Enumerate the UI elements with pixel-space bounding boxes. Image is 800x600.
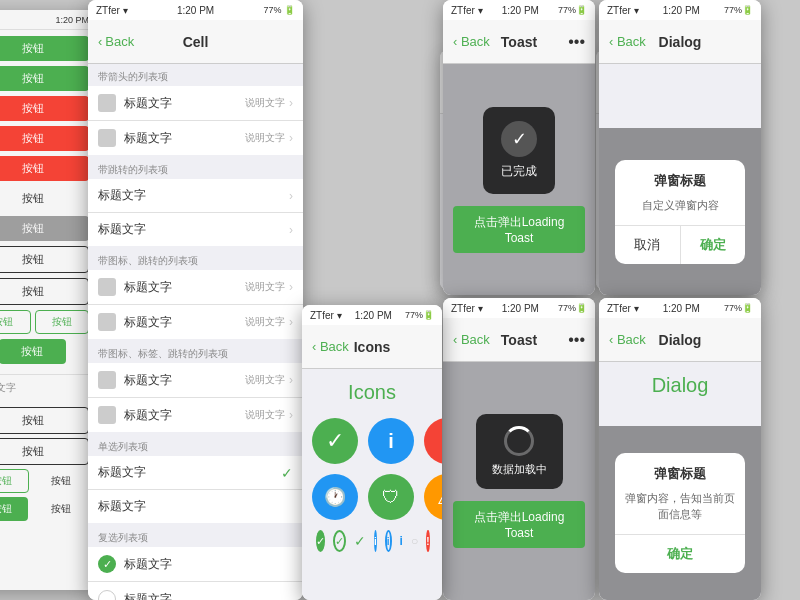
loading-spinner-icon <box>504 426 534 456</box>
cell-item[interactable]: 标题文字 › <box>88 213 303 246</box>
cell-icon <box>98 129 116 147</box>
dialog-top-back-btn[interactable]: ‹ Back <box>609 34 646 49</box>
cell-navbar: ‹ Back Cell <box>88 20 303 64</box>
cell-arrow-icon: › <box>289 408 293 422</box>
dialog-top-carrier: ZTfer ▾ <box>607 5 639 16</box>
bg-btn-3[interactable]: 按钮 <box>0 96 89 121</box>
bg-btn-8[interactable]: 按钮 <box>0 246 89 273</box>
bg-btn-2[interactable]: 按钮 <box>0 66 89 91</box>
cell-arrow-icon: › <box>289 280 293 294</box>
bg-btn-15[interactable]: 按钮 <box>0 469 29 493</box>
error-icon: ! <box>424 418 442 464</box>
small-check-outline-icon: ✓ <box>333 530 346 552</box>
bg-btn-16[interactable]: 按钮 <box>33 469 89 493</box>
small-check-filled-icon: ✓ <box>316 530 325 552</box>
dialog-confirm-btn[interactable]: 确定 <box>681 226 746 264</box>
clock-icon: 🕐 <box>312 474 358 520</box>
cell-back-btn[interactable]: ‹ Back <box>98 34 134 49</box>
bg-btn-17[interactable]: 按钮 <box>0 497 28 521</box>
small-info-filled-icon: i <box>374 530 377 552</box>
small-error-filled-icon: ! <box>426 530 429 552</box>
cell-section-checkbox-title: 复选列表项 <box>88 525 303 547</box>
dialog-top-battery: 77%🔋 <box>724 5 753 15</box>
toast-loading-btn[interactable]: 点击弹出Loading Toast <box>453 206 585 253</box>
icons-grid: ✓ i ! 🕐 🛡 ⚠ <box>312 418 432 520</box>
bg-btn-7[interactable]: 按钮 <box>0 216 89 241</box>
cell-section-nav-title: 带跳转的列表项 <box>88 157 303 179</box>
bg-btn-12[interactable]: 按钮 <box>0 339 66 364</box>
dialog-bot-carrier: ZTfer ▾ <box>607 303 639 314</box>
dialog-bot-confirm-btn[interactable]: 确定 <box>615 535 745 573</box>
toast-success-label: 已完成 <box>501 163 537 180</box>
small-circle-plain-icon: ○ <box>411 530 418 552</box>
dialog-cancel-btn[interactable]: 取消 <box>615 226 681 264</box>
dialog-top-overlay: 弹窗标题 自定义弹窗内容 取消 确定 <box>599 128 761 295</box>
cell-battery: 77% 🔋 <box>263 5 295 15</box>
cell-checkbox-item[interactable]: ✓ 标题文字 <box>88 547 303 582</box>
bg-btn-14[interactable]: 按钮 <box>0 438 89 465</box>
cell-section-radio-title: 单选列表项 <box>88 434 303 456</box>
icons-time: 1:20 PM <box>355 310 392 321</box>
toast-loading-popup: 数据加载中 <box>476 414 563 489</box>
info-icon: i <box>368 418 414 464</box>
cell-icon <box>98 313 116 331</box>
icons-small-row: ✓ ✓ ✓ i i i ○ ! <box>312 530 432 552</box>
bg-btn-13[interactable]: 按钮 <box>0 407 89 434</box>
cell-icon <box>98 278 116 296</box>
cell-item[interactable]: 标题文字 说明文字 › <box>88 363 303 398</box>
dialog-top-content-text: 自定义弹窗内容 <box>615 194 745 225</box>
bg-status-time: 1:20 PM <box>55 15 89 25</box>
bg-btn-11[interactable]: 按钮 <box>35 310 90 334</box>
icons-back-btn[interactable]: ‹ Back <box>312 339 349 354</box>
shield-icon: 🛡 <box>368 474 414 520</box>
cell-item[interactable]: 标题文字 说明文字 › <box>88 86 303 121</box>
bg-btn-4[interactable]: 按钮 <box>0 126 89 151</box>
cell-icon <box>98 94 116 112</box>
toast-bot-navbar: ‹ Back Toast ••• <box>443 318 595 362</box>
warning-icon: ⚠ <box>424 474 442 520</box>
dialog-top-time: 1:20 PM <box>663 5 700 16</box>
cell-arrow-icon: › <box>289 315 293 329</box>
cell-time: 1:20 PM <box>177 5 214 16</box>
toast-top-more[interactable]: ••• <box>568 33 585 51</box>
dialog-bot-page-title: Dialog <box>611 374 749 397</box>
cell-arrow-icon: › <box>289 223 293 237</box>
toast-top-back-btn[interactable]: ‹ Back <box>453 34 490 49</box>
dialog-bot-content-text: 弹窗内容，告知当前页面信息等 <box>615 487 745 534</box>
dialog-top-title: 弹窗标题 <box>615 160 745 194</box>
bg-btn-18[interactable]: 按钮 <box>32 497 89 521</box>
cell-check-icon: ✓ <box>281 465 293 481</box>
cell-item[interactable]: 标题文字 说明文字 › <box>88 305 303 339</box>
toast-top-nav-title: Toast <box>501 34 537 50</box>
bg-btn-9[interactable]: 按钮 <box>0 278 89 305</box>
toast-top-carrier: ZTfer ▾ <box>451 5 483 16</box>
cell-item[interactable]: 标题文字 › <box>88 179 303 213</box>
cell-radio-item[interactable]: 标题文字 ✓ <box>88 456 303 490</box>
cell-item[interactable]: 标题文字 说明文字 › <box>88 398 303 432</box>
dialog-bot-box: 弹窗标题 弹窗内容，告知当前页面信息等 确定 <box>615 453 745 573</box>
toast-bot-content: 数据加载中 点击弹出Loading Toast <box>443 362 595 600</box>
cell-checkbox-item[interactable]: 标题文字 <box>88 582 303 600</box>
bg-btn-1[interactable]: 按钮 <box>0 36 89 61</box>
cell-section-arrow-title: 带箭头的列表项 <box>88 64 303 86</box>
toast-loading-text: 数据加载中 <box>492 462 547 477</box>
cell-radio-item[interactable]: 标题文字 <box>88 490 303 523</box>
bg-btn-10[interactable]: 按钮 <box>0 310 31 334</box>
toast-bot-back-btn[interactable]: ‹ Back <box>453 332 490 347</box>
cell-nav-title: Cell <box>183 34 209 50</box>
cell-section-icon-nav-title: 带图标、跳转的列表项 <box>88 248 303 270</box>
dialog-bot-back-btn[interactable]: ‹ Back <box>609 332 646 347</box>
bg-btn-6[interactable]: 按钮 <box>0 186 89 211</box>
toast-top-battery: 77%🔋 <box>558 5 587 15</box>
toast-success-popup: ✓ 已完成 <box>483 107 555 194</box>
cell-icon <box>98 371 116 389</box>
toast-top-content: ✓ 已完成 点击弹出Loading Toast <box>443 64 595 295</box>
cell-item[interactable]: 标题文字 说明文字 › <box>88 270 303 305</box>
dialog-top-nav-title: Dialog <box>659 34 702 50</box>
toast-bot-loading-btn[interactable]: 点击弹出Loading Toast <box>453 501 585 548</box>
cell-item[interactable]: 标题文字 说明文字 › <box>88 121 303 155</box>
bg-btn-5[interactable]: 按钮 <box>0 156 89 181</box>
dialog-bot-title: 弹窗标题 <box>615 453 745 487</box>
dialog-top-page: 弹窗标题 自定义弹窗内容 取消 确定 <box>599 64 761 295</box>
toast-bot-more[interactable]: ••• <box>568 331 585 349</box>
